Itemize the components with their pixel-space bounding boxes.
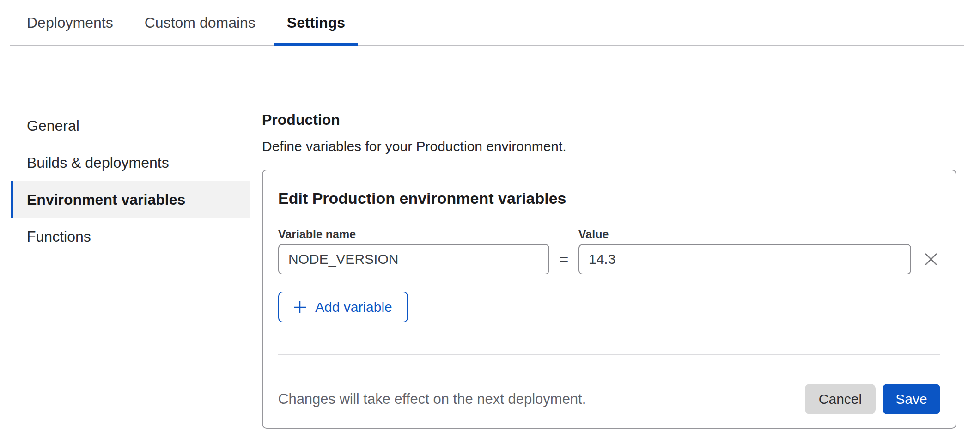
sidebar-item-label: Environment variables (27, 191, 185, 208)
cancel-button[interactable]: Cancel (805, 384, 876, 414)
sidebar-item-label: General (27, 117, 79, 134)
page-title: Production (262, 111, 956, 128)
variable-value-input[interactable] (578, 244, 911, 274)
settings-sidebar: General Builds & deployments Environment… (0, 46, 250, 255)
remove-variable-button[interactable] (922, 250, 940, 268)
plus-icon (293, 300, 307, 314)
sidebar-item-general[interactable]: General (11, 107, 250, 144)
close-icon (923, 251, 939, 267)
main-panel: Production Define variables for your Pro… (262, 46, 956, 429)
field-labels-row: Variable name Value (278, 227, 940, 241)
variable-name-input[interactable] (278, 244, 549, 274)
sidebar-item-environment-variables[interactable]: Environment variables (11, 181, 250, 218)
variable-row: = (278, 244, 940, 274)
card-footer: Changes will take effect on the next dep… (278, 384, 940, 414)
deployment-note: Changes will take effect on the next dep… (278, 391, 805, 408)
save-button[interactable]: Save (883, 384, 940, 414)
environment-variables-card: Edit Production environment variables Va… (262, 170, 956, 429)
card-footer-divider (278, 354, 940, 355)
add-variable-label: Add variable (315, 299, 392, 315)
equals-sign: = (549, 250, 578, 268)
tab-deployments[interactable]: Deployments (14, 0, 126, 46)
add-variable-button[interactable]: Add variable (278, 292, 408, 322)
variable-name-label: Variable name (278, 227, 578, 241)
card-title: Edit Production environment variables (278, 189, 940, 207)
page-subtitle: Define variables for your Production env… (262, 138, 956, 155)
tab-settings[interactable]: Settings (274, 0, 358, 46)
content-area: General Builds & deployments Environment… (0, 46, 980, 429)
tab-bar: Deployments Custom domains Settings (0, 0, 980, 46)
sidebar-item-label: Functions (27, 228, 91, 245)
sidebar-item-label: Builds & deployments (27, 154, 169, 171)
tab-custom-domains[interactable]: Custom domains (132, 0, 268, 46)
tab-label: Custom domains (145, 14, 256, 31)
sidebar-item-builds-deployments[interactable]: Builds & deployments (11, 144, 250, 181)
sidebar-item-functions[interactable]: Functions (11, 218, 250, 255)
tab-label: Deployments (27, 14, 113, 31)
tab-label: Settings (287, 14, 345, 31)
value-label: Value (578, 227, 609, 241)
